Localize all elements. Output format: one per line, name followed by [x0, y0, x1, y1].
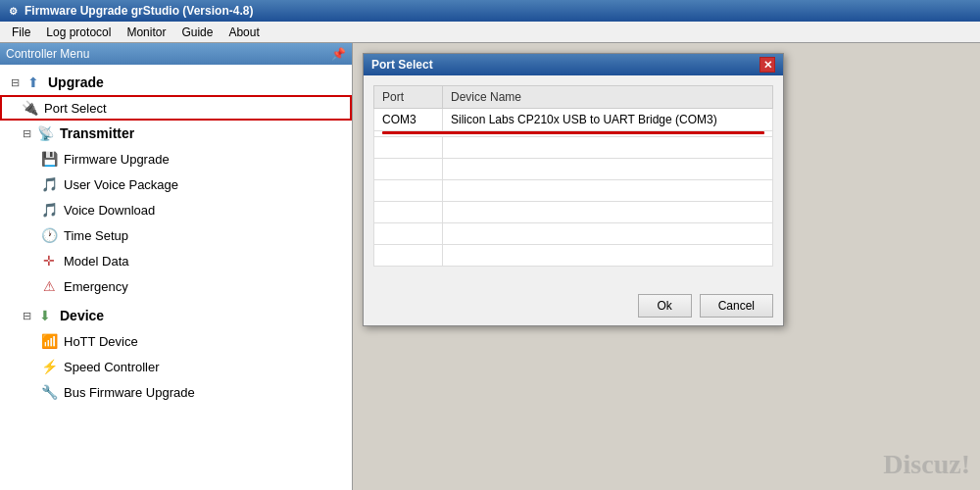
ok-button[interactable]: Ok	[638, 294, 692, 318]
model-data-label: Model Data	[64, 254, 128, 269]
tree-upgrade[interactable]: ⊟ ⬆ Upgrade	[0, 70, 352, 95]
speed-controller-icon: ⚡	[39, 357, 59, 376]
transmitter-icon: 📡	[35, 123, 55, 143]
port-select-label: Port Select	[44, 101, 107, 116]
expand-device-icon: ⊟	[20, 309, 33, 322]
firmware-upgrade-icon: 💾	[39, 149, 59, 169]
port-select-dialog: Port Select ✕ Port Device Name COM3 Sili	[363, 53, 784, 326]
dialog-title: Port Select	[371, 58, 433, 72]
tree-emergency[interactable]: ⚠ Emergency	[0, 273, 352, 299]
emergency-icon: ⚠	[39, 276, 59, 296]
upgrade-label: Upgrade	[48, 74, 104, 90]
table-row	[374, 223, 773, 245]
selection-indicator	[382, 131, 764, 134]
table-row	[374, 180, 773, 202]
bus-firmware-label: Bus Firmware Upgrade	[64, 385, 195, 400]
port-cell: COM3	[374, 109, 443, 131]
menu-log-protocol[interactable]: Log protocol	[38, 24, 119, 41]
watermark: Discuz!	[883, 449, 970, 480]
user-voice-package-label: User Voice Package	[64, 177, 178, 192]
tree-model-data[interactable]: ✛ Model Data	[0, 248, 352, 273]
table-row	[374, 245, 773, 267]
hott-device-label: HoTT Device	[64, 334, 138, 349]
controller-menu-label: Controller Menu	[6, 47, 89, 61]
model-data-icon: ✛	[39, 251, 59, 270]
menu-monitor[interactable]: Monitor	[119, 24, 173, 41]
bus-firmware-icon: 🔧	[39, 382, 59, 402]
tree-device[interactable]: ⊟ ⬇ Device	[0, 303, 352, 328]
tree-area: ⊟ ⬆ Upgrade 🔌 Port Select ⊟ 📡 Transmitte…	[0, 65, 352, 490]
transmitter-label: Transmitter	[60, 125, 134, 141]
app-icon: ⚙	[6, 4, 20, 18]
device-label: Device	[60, 308, 104, 323]
menu-guide[interactable]: Guide	[173, 24, 220, 41]
tree-hott-device[interactable]: 📶 HoTT Device	[0, 328, 352, 354]
device-name-column-header: Device Name	[443, 86, 773, 109]
firmware-upgrade-label: Firmware Upgrade	[64, 152, 170, 167]
upgrade-icon: ⬆	[24, 73, 43, 92]
table-row	[374, 202, 773, 223]
voice-download-icon: 🎵	[39, 200, 59, 220]
port-table: Port Device Name COM3 Silicon Labs CP210…	[373, 85, 773, 267]
speed-controller-label: Speed Controller	[64, 360, 160, 374]
emergency-label: Emergency	[64, 279, 128, 294]
user-voice-package-icon: 🎵	[39, 174, 59, 194]
hott-device-icon: 📶	[39, 331, 59, 351]
menu-file[interactable]: File	[4, 24, 38, 41]
tree-transmitter[interactable]: ⊟ 📡 Transmitter	[0, 121, 352, 146]
table-row	[374, 137, 773, 159]
main-layout: Controller Menu 📌 ⊟ ⬆ Upgrade 🔌 Port Sel…	[0, 43, 980, 490]
dialog-buttons: Ok Cancel	[364, 286, 783, 325]
tree-user-voice-package[interactable]: 🎵 User Voice Package	[0, 172, 352, 197]
right-area: Port Select ✕ Port Device Name COM3 Sili	[353, 43, 980, 490]
tree-firmware-upgrade[interactable]: 💾 Firmware Upgrade	[0, 146, 352, 172]
time-setup-label: Time Setup	[64, 228, 128, 243]
title-bar: ⚙ Firmware Upgrade grStudio (Version-4.8…	[0, 0, 980, 22]
time-setup-icon: 🕐	[39, 225, 59, 245]
table-row[interactable]: COM3 Silicon Labs CP210x USB to UART Bri…	[374, 109, 773, 131]
tree-voice-download[interactable]: 🎵 Voice Download	[0, 197, 352, 222]
device-cell: Silicon Labs CP210x USB to UART Bridge (…	[443, 109, 773, 131]
controller-menu-bar: Controller Menu 📌	[0, 43, 352, 65]
tree-port-select[interactable]: 🔌 Port Select	[0, 95, 352, 121]
controller-menu-pin[interactable]: 📌	[331, 47, 346, 61]
table-row	[374, 159, 773, 180]
expand-upgrade-icon: ⊟	[8, 75, 22, 89]
menu-about[interactable]: About	[220, 24, 267, 41]
tree-bus-firmware[interactable]: 🔧 Bus Firmware Upgrade	[0, 379, 352, 405]
device-icon: ⬇	[35, 306, 55, 325]
left-panel: Controller Menu 📌 ⊟ ⬆ Upgrade 🔌 Port Sel…	[0, 43, 353, 490]
tree-time-setup[interactable]: 🕐 Time Setup	[0, 222, 352, 248]
cancel-button[interactable]: Cancel	[700, 294, 773, 318]
port-column-header: Port	[374, 86, 443, 109]
voice-download-label: Voice Download	[64, 203, 155, 218]
tree-speed-controller[interactable]: ⚡ Speed Controller	[0, 354, 352, 379]
app-title: Firmware Upgrade grStudio (Version-4.8)	[24, 4, 253, 18]
dialog-title-bar: Port Select ✕	[364, 54, 783, 75]
dialog-close-button[interactable]: ✕	[760, 57, 775, 73]
menu-bar: File Log protocol Monitor Guide About	[0, 22, 980, 43]
usb-icon: 🔌	[20, 98, 39, 118]
dialog-content: Port Device Name COM3 Silicon Labs CP210…	[364, 75, 783, 286]
expand-transmitter-icon: ⊟	[20, 126, 33, 140]
